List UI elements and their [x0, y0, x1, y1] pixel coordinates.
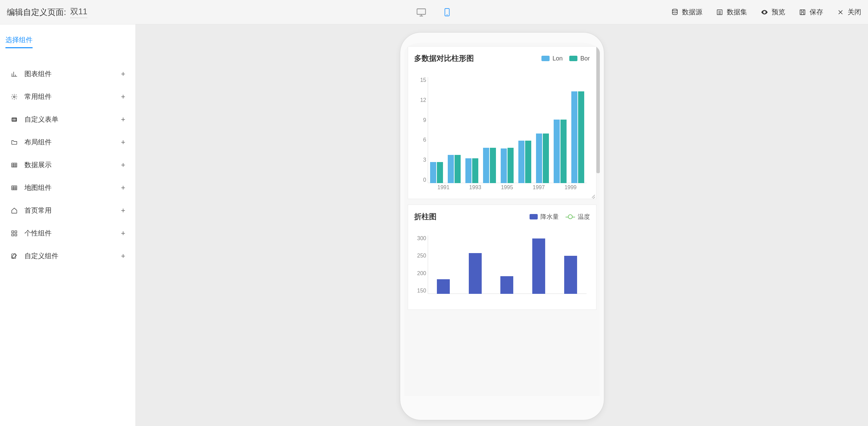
component-sidebar: 选择组件 图表组件 + 常用组件 + 自定义表单 + 布局组件 + 数据展示 + — [0, 24, 136, 426]
chart-title: 折柱图 — [414, 212, 530, 222]
bar[interactable] — [501, 148, 507, 183]
chart-card-bar-line[interactable]: 折柱图 降水量 温度 300250200150 — [408, 205, 596, 310]
sidebar-item-label: 布局组件 — [24, 138, 121, 147]
x-axis: 19911993199519971999 — [428, 184, 587, 193]
sidebar-item-layout[interactable]: 布局组件 + — [0, 131, 135, 154]
preview-button[interactable]: 预览 — [761, 7, 785, 17]
bar-group — [555, 235, 587, 294]
mobile-device-frame: 多数据对比柱形图 Lon Bor 15129630 19911993199519… — [400, 33, 604, 420]
device-home-button-icon — [494, 398, 511, 415]
bar-group — [445, 77, 463, 183]
bar[interactable] — [437, 162, 443, 183]
bar[interactable] — [543, 134, 549, 183]
y-axis: 300250200150 — [414, 235, 426, 294]
expand-icon: + — [121, 70, 125, 78]
svg-rect-14 — [12, 231, 14, 233]
device-switch — [415, 6, 453, 18]
chart-legend: Lon Bor — [541, 55, 590, 62]
sidebar-item-label: 自定义表单 — [24, 115, 121, 124]
expand-icon: + — [121, 138, 125, 147]
header-actions: 数据源 数据集 预览 保存 关闭 — [671, 7, 861, 17]
bar[interactable] — [500, 276, 513, 294]
sidebar-item-common[interactable]: 常用组件 + — [0, 85, 135, 108]
page-title-label: 编辑自定义页面: — [7, 7, 66, 18]
sidebar-item-map[interactable]: 地图组件 + — [0, 176, 135, 199]
sidebar-item-data-display[interactable]: 数据展示 + — [0, 154, 135, 176]
bar[interactable] — [578, 91, 584, 183]
sidebar-tab-select-components[interactable]: 选择组件 — [5, 33, 33, 48]
bar-group — [491, 235, 523, 294]
expand-icon: + — [121, 183, 125, 192]
save-label: 保存 — [810, 7, 823, 17]
preview-label: 预览 — [772, 7, 785, 17]
form-icon — [10, 116, 18, 123]
component-category-list: 图表组件 + 常用组件 + 自定义表单 + 布局组件 + 数据展示 + 地图组件… — [0, 52, 135, 278]
database-icon — [671, 8, 679, 16]
sidebar-item-label: 数据展示 — [24, 160, 121, 170]
page-name-field[interactable]: 双11 — [70, 6, 88, 18]
legend-item-temperature[interactable]: 温度 — [566, 213, 590, 221]
bar[interactable] — [455, 155, 461, 183]
sidebar-item-custom[interactable]: 自定义组件 + — [0, 245, 135, 267]
resize-handle-icon[interactable] — [590, 193, 595, 198]
bar-group — [498, 77, 516, 183]
svg-rect-15 — [15, 231, 17, 233]
bar[interactable] — [532, 238, 545, 294]
legend-item-bor[interactable]: Bor — [569, 55, 590, 62]
chart-card-grouped-bar[interactable]: 多数据对比柱形图 Lon Bor 15129630 19911993199519… — [408, 46, 596, 199]
legend-item-lon[interactable]: Lon — [541, 55, 562, 62]
bar[interactable] — [560, 120, 567, 183]
home-icon — [10, 207, 18, 214]
close-button[interactable]: 关闭 — [837, 7, 861, 17]
bars-container — [428, 77, 587, 183]
mobile-icon — [443, 7, 451, 17]
bar[interactable] — [518, 141, 524, 183]
svg-point-2 — [447, 15, 447, 15]
editor-canvas[interactable]: 多数据对比柱形图 Lon Bor 15129630 19911993199519… — [136, 24, 868, 426]
sidebar-item-chart[interactable]: 图表组件 + — [0, 63, 135, 85]
bar[interactable] — [437, 279, 450, 294]
device-screen[interactable]: 多数据对比柱形图 Lon Bor 15129630 19911993199519… — [404, 43, 600, 396]
list-icon — [716, 8, 723, 16]
device-mobile-button[interactable] — [441, 6, 453, 18]
close-icon — [837, 8, 844, 16]
dataset-button[interactable]: 数据集 — [716, 7, 747, 17]
datasource-button[interactable]: 数据源 — [671, 7, 702, 17]
bar[interactable] — [525, 141, 531, 183]
device-desktop-button[interactable] — [415, 6, 427, 18]
sidebar-item-label: 地图组件 — [24, 183, 121, 192]
legend-swatch-icon — [530, 214, 538, 219]
close-label: 关闭 — [848, 7, 861, 17]
svg-rect-5 — [800, 10, 805, 15]
bar[interactable] — [469, 253, 482, 294]
bar[interactable] — [430, 162, 436, 183]
folder-icon — [10, 139, 18, 146]
bar[interactable] — [448, 155, 454, 183]
bar-group — [459, 235, 491, 294]
bar[interactable] — [472, 158, 478, 183]
legend-line-icon — [566, 214, 575, 219]
sidebar-item-personal[interactable]: 个性组件 + — [0, 222, 135, 245]
svg-point-7 — [14, 96, 15, 97]
sidebar-item-label: 首页常用 — [24, 206, 121, 215]
legend-swatch-icon — [569, 56, 577, 61]
bar[interactable] — [536, 134, 542, 183]
bar[interactable] — [564, 256, 577, 294]
sidebar-item-homepage[interactable]: 首页常用 + — [0, 199, 135, 222]
bar-group — [428, 77, 445, 183]
chart-title: 多数据对比柱形图 — [414, 53, 542, 64]
svg-rect-0 — [417, 9, 425, 14]
bar[interactable] — [490, 148, 496, 183]
bar[interactable] — [507, 148, 514, 183]
sidebar-item-label: 图表组件 — [24, 69, 121, 78]
save-button[interactable]: 保存 — [799, 7, 823, 17]
bar[interactable] — [554, 120, 560, 183]
datasource-label: 数据源 — [682, 7, 702, 17]
svg-rect-16 — [12, 234, 14, 236]
svg-rect-17 — [15, 234, 17, 236]
bar[interactable] — [571, 91, 577, 183]
sidebar-item-custom-form[interactable]: 自定义表单 + — [0, 108, 135, 131]
bar[interactable] — [483, 148, 489, 183]
legend-item-rainfall[interactable]: 降水量 — [530, 213, 559, 221]
bar[interactable] — [465, 158, 472, 183]
